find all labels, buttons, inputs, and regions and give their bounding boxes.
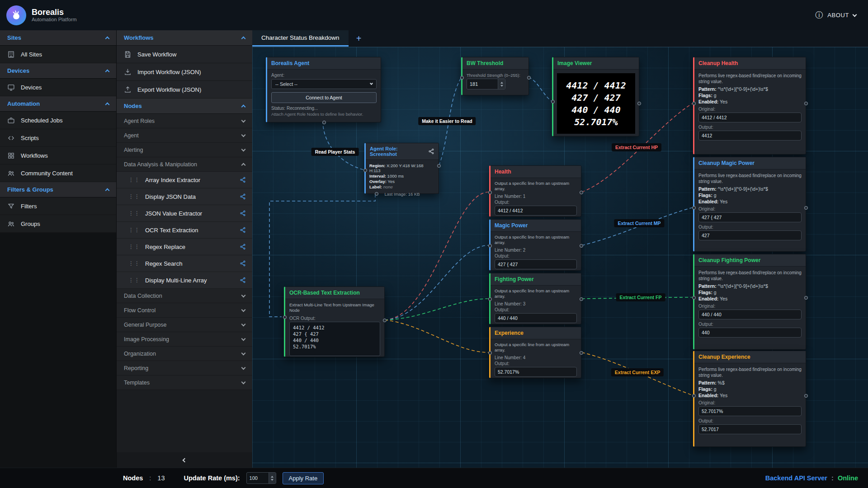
sidebar-collapse-button[interactable] [117, 452, 252, 468]
drag-handle-icon[interactable]: ⋮⋮ [128, 210, 140, 216]
node-item-display-multi-line-array[interactable]: ⋮⋮ Display Multi-Line Array [117, 272, 252, 289]
drag-handle-icon[interactable]: ⋮⋮ [128, 177, 140, 183]
workflow-canvas[interactable]: Read Player Stats Make it Easier to Read… [252, 47, 868, 468]
sidebar-item-workflows[interactable]: Workflows [0, 147, 116, 164]
output-value-input[interactable] [698, 424, 802, 434]
drag-handle-icon[interactable]: ⋮⋮ [128, 244, 140, 250]
output-port[interactable] [804, 296, 808, 300]
category-agent-roles[interactable]: Agent Roles [117, 114, 252, 128]
output-value-input[interactable] [495, 259, 577, 269]
category-flow-control[interactable]: Flow Control [117, 303, 252, 318]
input-port[interactable] [551, 100, 555, 103]
sidebar-item-scripts[interactable]: Scripts [0, 129, 116, 147]
original-value-input[interactable] [698, 310, 802, 319]
output-port[interactable] [804, 102, 808, 105]
export-workflow-button[interactable]: Export Workflow (JSON) [117, 81, 252, 99]
input-port[interactable] [692, 394, 696, 398]
update-rate-input[interactable] [247, 473, 269, 483]
output-port[interactable] [437, 164, 441, 168]
output-port[interactable] [580, 351, 583, 355]
node-fighting-power[interactable]: Fighting Power Output a specific line fr… [489, 273, 581, 324]
sidebar-item-filters[interactable]: Filters [0, 197, 116, 215]
spinner-up-icon[interactable] [500, 82, 503, 84]
output-port[interactable] [580, 191, 583, 194]
ocr-output-textarea[interactable]: 4412 / 4412 427 { 427 440 / 440 52.7017% [289, 322, 380, 356]
drag-handle-icon[interactable]: ⋮⋮ [128, 260, 140, 267]
node-ocr-text-extraction[interactable]: OCR-Based Text Extraction Extract Multi-… [284, 286, 385, 357]
sidebar-section-sites[interactable]: Sites [0, 30, 116, 46]
category-data-collection[interactable]: Data Collection [117, 289, 252, 303]
node-cleanup-fighting-power[interactable]: Cleanup Fighting Power Performs live reg… [693, 254, 806, 350]
output-port[interactable] [580, 297, 583, 301]
output-port[interactable] [804, 206, 808, 210]
output-value-input[interactable] [698, 230, 802, 240]
node-item-display-json-data[interactable]: ⋮⋮ Display JSON Data [117, 188, 252, 205]
output-port[interactable] [637, 102, 641, 105]
node-item-json-value-extractor[interactable]: ⋮⋮ JSON Value Extractor [117, 205, 252, 222]
category-reporting[interactable]: Reporting [117, 361, 252, 375]
node-item-regex-replace[interactable]: ⋮⋮ Regex Replace [117, 239, 252, 255]
import-workflow-button[interactable]: Import Workflow (JSON) [117, 63, 252, 81]
drag-handle-icon[interactable]: ⋮⋮ [128, 277, 140, 283]
input-port[interactable] [488, 191, 492, 194]
category-organization[interactable]: Organization [117, 347, 252, 361]
node-item-array-index-extractor[interactable]: ⋮⋮ Array Index Extractor [117, 172, 252, 188]
output-port[interactable] [322, 121, 326, 124]
apply-rate-button[interactable]: Apply Rate [283, 472, 324, 484]
output-value-input[interactable] [698, 328, 802, 338]
save-workflow-button[interactable]: Save Workflow [117, 46, 252, 63]
category-templates[interactable]: Templates [117, 375, 252, 390]
number-spinner[interactable] [269, 473, 276, 483]
node-cleanup-health[interactable]: Cleanup Health Performs live regex-based… [693, 57, 806, 155]
node-item-ocr-text-extraction[interactable]: ⋮⋮ OCR Text Extraction [117, 222, 252, 239]
sidebar-item-devices[interactable]: Devices [0, 79, 116, 96]
node-experience[interactable]: Experience Output a specific line from a… [489, 327, 581, 378]
add-tab-button[interactable]: + [349, 30, 369, 47]
input-port[interactable] [488, 297, 492, 301]
output-value-input[interactable] [495, 206, 577, 216]
node-borealis-agent[interactable]: Borealis Agent Agent: -- Select -- Conne… [266, 57, 381, 122]
sidebar-item-groups[interactable]: Groups [0, 215, 116, 233]
sidebar-section-filters-groups[interactable]: Filters & Groups [0, 182, 116, 197]
output-port[interactable] [375, 192, 378, 196]
node-cleanup-magic-power[interactable]: Cleanup Magic Power Performs live regex-… [693, 157, 806, 252]
sidebar-section-devices[interactable]: Devices [0, 63, 116, 79]
output-port[interactable] [383, 319, 387, 322]
nodes-section-header[interactable]: Nodes [117, 99, 252, 114]
node-cleanup-experience[interactable]: Cleanup Experience Performs live regex-b… [693, 351, 806, 447]
number-spinner[interactable] [498, 79, 505, 89]
original-value-input[interactable] [698, 406, 802, 416]
spinner-down-icon[interactable] [500, 85, 503, 87]
output-port[interactable] [804, 394, 808, 398]
output-value-input[interactable] [495, 313, 577, 323]
drag-handle-icon[interactable]: ⋮⋮ [128, 193, 140, 200]
input-port[interactable] [488, 244, 492, 248]
input-port[interactable] [692, 296, 696, 300]
workflows-section-header[interactable]: Workflows [117, 30, 252, 46]
node-item-regex-search[interactable]: ⋮⋮ Regex Search [117, 255, 252, 272]
category-alerting[interactable]: Alerting [117, 143, 252, 157]
connect-agent-button[interactable]: Connect to Agent [271, 92, 377, 103]
agent-select[interactable]: -- Select -- [271, 79, 377, 89]
original-value-input[interactable] [698, 212, 802, 222]
input-port[interactable] [488, 351, 492, 355]
node-health[interactable]: Health Output a specific line from an up… [489, 165, 581, 217]
tab-character-status-breakdown[interactable]: Character Status Breakdown [252, 30, 349, 47]
node-magic-power[interactable]: Magic Power Output a specific line from … [489, 219, 581, 271]
spinner-down-icon[interactable] [271, 479, 274, 481]
input-port[interactable] [460, 76, 464, 80]
node-agent-role-screenshot[interactable]: Agent Role: Screenshot Region: X:200 Y:4… [364, 143, 439, 194]
input-port[interactable] [692, 206, 696, 210]
output-value-input[interactable] [698, 131, 802, 141]
category-general-purpose[interactable]: General Purpose [117, 318, 252, 332]
output-port[interactable] [527, 76, 531, 80]
sidebar-item-scheduled-jobs[interactable]: Scheduled Jobs [0, 112, 116, 129]
output-port[interactable] [580, 244, 583, 248]
drag-handle-icon[interactable]: ⋮⋮ [128, 227, 140, 233]
share-icon[interactable] [428, 148, 434, 155]
output-value-input[interactable] [495, 367, 577, 377]
original-value-input[interactable] [698, 113, 802, 122]
node-image-viewer[interactable]: Image Viewer 4412 / 4412 427 / 427 440 /… [552, 57, 639, 136]
spinner-up-icon[interactable] [271, 476, 274, 478]
input-port[interactable] [283, 315, 287, 319]
